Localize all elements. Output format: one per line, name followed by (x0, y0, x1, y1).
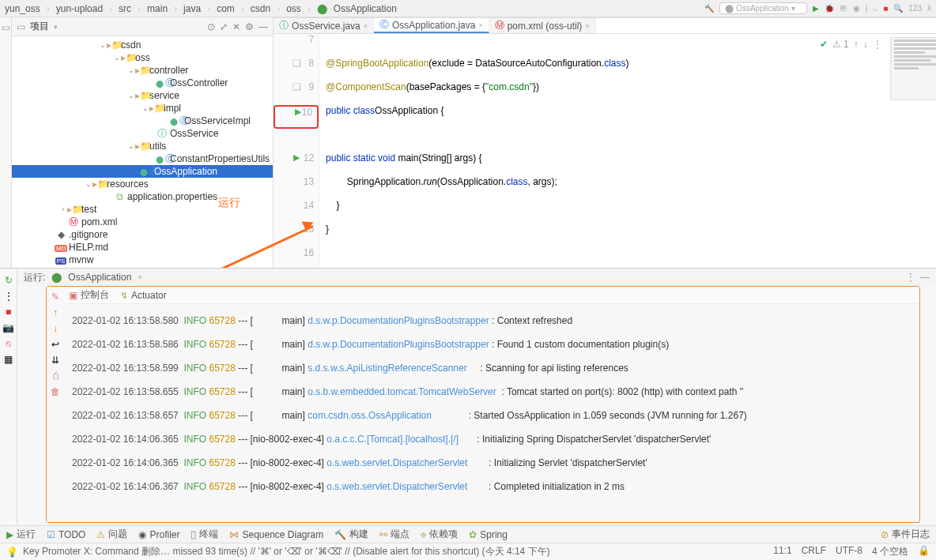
editor-tab[interactable]: Ⓜpom.xml (oss-util)× (489, 18, 596, 33)
gear-icon[interactable]: ⚙ (245, 21, 254, 32)
crumb-4[interactable]: java (183, 3, 201, 14)
bottom-tab-run[interactable]: ▶运行 (6, 528, 36, 541)
run-minimize-icon[interactable]: — (920, 272, 930, 283)
console-tab[interactable]: ▣控制台 (69, 288, 109, 302)
status-message: Key Promoter X: Command 删除… missed 93 ti… (23, 545, 550, 558)
run-more-icon[interactable]: ⋮ (906, 272, 915, 283)
tree-row[interactable]: ⌄▸📁impl (12, 102, 273, 115)
more-icon[interactable]: λ (927, 4, 931, 13)
log-line: 2022-01-02 16:14:06.367 INFO 65728 --- [… (72, 475, 911, 498)
bottom-tab-build[interactable]: 🔨构建 (334, 528, 368, 541)
crumb-1[interactable]: yun-upload (56, 3, 103, 14)
bottom-tab-problems[interactable]: ⚠问题 (96, 528, 127, 541)
log-line: 2022-01-02 16:14:06.365 INFO 65728 --- [… (72, 451, 911, 475)
trash-icon[interactable]: 🗑 (51, 386, 60, 397)
bottom-tool-tabs: ▶运行 ☑TODO ⚠问题 ◉Profiler ⌷终端 ⋈Sequence Di… (0, 525, 936, 543)
bottom-tab-spring[interactable]: ✿Spring (469, 529, 508, 540)
tree-row[interactable]: ⌄▸📁csdn (12, 39, 273, 51)
crumb-2[interactable]: src (119, 3, 131, 14)
project-tree[interactable]: ⌄▸📁csdn⌄▸📁oss⌄▸📁controller⬤ⒸOssControlle… (12, 36, 273, 268)
bottom-tab-profiler[interactable]: ◉Profiler (138, 529, 179, 540)
status-encoding[interactable]: UTF-8 (836, 545, 862, 558)
run-config-select[interactable]: ⬤ OssApplication ▾ (719, 2, 806, 14)
camera-icon[interactable]: 📷 (2, 322, 14, 333)
crumb-3[interactable]: main (147, 3, 168, 14)
hammer-icon[interactable]: 🔨 (704, 4, 714, 13)
bottom-tab-endpoints[interactable]: ⚯端点 (379, 528, 410, 541)
minimap[interactable] (890, 37, 936, 100)
wrap-icon[interactable]: ↩ (51, 339, 59, 350)
log-line: 2022-01-02 16:13:58.657 INFO 65728 --- [… (72, 404, 911, 427)
project-title: 项目 (30, 20, 49, 33)
tree-row[interactable]: ⬤ⒸConstantPropertiesUtils (12, 152, 273, 165)
crumb-file[interactable]: OssApplication (334, 3, 397, 14)
status-bar: 💡 Key Promoter X: Command 删除… missed 93 … (0, 543, 936, 560)
debug-icon[interactable]: 🐞 (825, 4, 834, 13)
git-icon[interactable]: ⌵ (873, 4, 878, 13)
tree-row[interactable]: ⌄▸📁controller (12, 64, 273, 77)
project-panel: ▭ 项目 ▾ ⊙ ⤢ ✕ ⚙ — ⌄▸📁csdn⌄▸📁oss⌄▸📁control… (12, 17, 274, 268)
search-icon[interactable]: 🔍 (893, 4, 903, 13)
tree-row[interactable]: ⌄▸📁oss (12, 51, 273, 64)
actuator-tab[interactable]: ↯Actuator (120, 290, 167, 301)
run-tool-window: ↻ ⋮ ■ 📷 ⎋ ▦ 运行: ⬤ OssApplication × ⋮ — ✎… (0, 268, 936, 525)
tree-row[interactable]: ⌄▸📁utils (12, 140, 273, 152)
run-gutter-icon[interactable]: ▶ (293, 152, 300, 163)
status-caret[interactable]: 11:1 (773, 545, 791, 558)
editor-tab[interactable]: ⒸOssApplication.java× (374, 18, 489, 33)
project-settings-icon[interactable]: ⊙ (207, 21, 215, 32)
tree-row[interactable]: Ⓜpom.xml (12, 216, 273, 228)
bottom-tab-terminal[interactable]: ⌷终端 (191, 528, 218, 541)
crumb-7[interactable]: oss (286, 3, 301, 14)
console-output[interactable]: 2022-01-02 16:13:58.580 INFO 65728 --- [… (64, 304, 919, 522)
minimize-icon[interactable]: — (259, 21, 268, 32)
tree-row[interactable]: PSmvnw (12, 254, 273, 266)
run-gutter-icon[interactable]: ▶ (295, 107, 301, 117)
crumb-5[interactable]: com (217, 3, 235, 14)
run-more-icon[interactable]: ⋮ (4, 291, 13, 302)
annotation-label: 运行 (218, 196, 240, 210)
tree-row[interactable]: ⌄▸📁service (12, 89, 273, 102)
tree-row[interactable]: ⒾOssService (12, 127, 273, 140)
left-tool-strip: ▭ 结构 (0, 17, 12, 268)
tree-row[interactable]: ⬤ⒸOssApplication (12, 165, 273, 178)
bottom-tab-deps[interactable]: ⎆依赖项 (421, 528, 458, 541)
stop-icon[interactable]: ■ (6, 306, 11, 318)
bottom-tab-seq[interactable]: ⋈Sequence Diagram (229, 529, 323, 540)
event-log[interactable]: ⊘事件日志 (881, 528, 930, 541)
editor-tabs-row-2[interactable]: ⒾOssService.java×ⒸOssApplication.java×Ⓜp… (274, 18, 936, 34)
editor-tab[interactable]: ⒾOssService.java× (274, 18, 374, 33)
bottom-tab-todo[interactable]: ☑TODO (47, 529, 85, 540)
tree-row[interactable]: ⬤ⒸOssServiceImpl (12, 115, 273, 127)
profile-icon[interactable]: ◉ (853, 4, 860, 13)
tree-row[interactable]: ⬤ⒸOssController (12, 77, 273, 89)
down-icon[interactable]: ↓ (53, 323, 58, 334)
scroll-icon[interactable]: ⇊ (51, 355, 59, 366)
project-tool-icon[interactable]: ▭ (2, 22, 10, 33)
run-icon[interactable]: ▶ (813, 4, 819, 13)
run-config-name: OssApplication (68, 272, 131, 283)
crumb-6[interactable]: csdn (251, 3, 270, 14)
editor-problems[interactable]: ✔ ⚠ 1 ↑ ↓ ⋮ (820, 39, 882, 50)
crumb-0[interactable]: yun_oss (5, 3, 40, 14)
hide-icon[interactable]: ✕ (232, 21, 240, 32)
up-icon[interactable]: ↑ (53, 307, 58, 318)
lock-icon[interactable]: 🔒 (918, 545, 930, 558)
editor-area: ⒸR.java×Ⓜpom.xml (yun-upload)×⧉applicati… (274, 17, 936, 268)
status-indent[interactable]: 4 个空格 (872, 545, 908, 558)
tree-row[interactable]: ⌄▸📁resources (12, 178, 273, 190)
wand-icon[interactable]: ✎ (51, 291, 59, 303)
exit-icon[interactable]: ⎋ (6, 338, 11, 349)
collapse-icon[interactable]: ⤢ (220, 21, 228, 32)
tree-row[interactable]: ◆.gitignore (12, 228, 273, 241)
editor-body[interactable]: 7❑8❑9▶10▶1213141516 @SpringBootApplicati… (274, 34, 936, 268)
structure-tool[interactable]: 结构 (0, 258, 11, 268)
stop-icon[interactable]: ■ (883, 4, 888, 13)
print-icon[interactable]: ⎙ (53, 370, 58, 381)
coverage-icon[interactable]: ⛨ (840, 4, 847, 13)
status-lineend[interactable]: CRLF (802, 545, 826, 558)
rerun-icon[interactable]: ↻ (5, 275, 13, 286)
log-line: 2022-01-02 16:13:58.580 INFO 65728 --- [… (72, 309, 911, 333)
tree-row[interactable]: MDHELP.md (12, 241, 273, 254)
layout-icon[interactable]: ▦ (4, 354, 13, 365)
